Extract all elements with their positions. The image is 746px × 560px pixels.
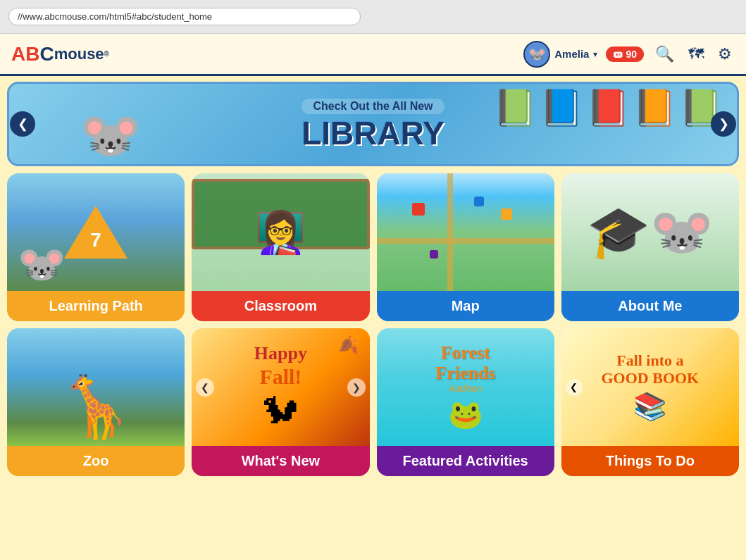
triangle-icon: 7 (64, 206, 128, 259)
whats-new-art: 🍂 Happy Fall! 🐿 ❮ ❯ (192, 328, 369, 446)
main-content: ❮ 🐭 Check Out the All New LIBRARY 📗 📘 📕 … (0, 76, 746, 560)
zoo-image: 🦒 (7, 328, 185, 446)
banner-next-button[interactable]: ❯ (711, 111, 736, 137)
map-image (377, 173, 554, 291)
zoo-card[interactable]: 🦒 Zoo (7, 328, 185, 476)
app-header: ABCmouse® 🐭 Amelia ▾ 🎟 90 🔍 🗺 ⚙ (0, 34, 746, 76)
book3-icon: 📕 (586, 87, 630, 128)
browser-bar: //www.abcmouse.com/html5#abc/student_hom… (0, 0, 746, 34)
featured-card[interactable]: ForestFriends Addition 🐸 Featured Activi… (377, 328, 554, 476)
leaves-icon: 🍂 (338, 335, 359, 355)
happy-fall-title: Happy Fall! (254, 342, 307, 390)
things-to-do-label: Things To Do (561, 446, 739, 476)
book2-icon: 📘 (540, 87, 583, 128)
squirrel-icon: 🐿 (262, 390, 299, 432)
map-card[interactable]: Map (377, 173, 554, 321)
logo-c: C (39, 43, 54, 66)
classroom-card[interactable]: Aa Bb Cc 👩‍🏫 Classroom (192, 173, 369, 321)
library-banner[interactable]: 🐭 Check Out the All New LIBRARY 📗 📘 📕 📙 … (7, 82, 739, 166)
banner-text: Check Out the All New LIBRARY (301, 99, 445, 149)
header-right: 🐭 Amelia ▾ 🎟 90 🔍 🗺 ⚙ (523, 41, 735, 68)
ticket-count: 90 (626, 49, 637, 60)
whats-new-prev-button[interactable]: ❮ (196, 378, 214, 397)
user-name: Amelia (554, 48, 589, 60)
search-icon[interactable]: 🔍 (652, 42, 677, 66)
graduation-mouse-icon: 🎓🐭 (587, 202, 714, 262)
logo-reg: ® (104, 50, 109, 58)
tickets-badge[interactable]: 🎟 90 (606, 46, 644, 62)
ticket-icon: 🎟 (613, 49, 623, 60)
classroom-label: Classroom (192, 291, 369, 321)
banner-books-art: 📗 📘 📕 📙 📗 (493, 87, 723, 128)
book4-icon: 📙 (633, 87, 676, 128)
featured-label: Featured Activities (377, 446, 554, 476)
banner-subtitle: Check Out the All New (301, 99, 445, 114)
fall-book-art: Fall into aGOOD BOOK 📚 ❮ (561, 328, 739, 446)
classroom-art: Aa Bb Cc 👩‍🏫 (192, 173, 369, 291)
featured-image: ForestFriends Addition 🐸 (377, 328, 554, 446)
teacher-icon: 👩‍🏫 (255, 209, 306, 256)
learning-path-art: 🐭 7 (7, 173, 185, 291)
about-me-label: About Me (561, 291, 739, 321)
user-profile[interactable]: 🐭 Amelia ▾ (523, 41, 597, 68)
banner-title: LIBRARY (301, 117, 445, 149)
things-to-do-card[interactable]: Fall into aGOOD BOOK 📚 ❮ Things To Do (561, 328, 739, 476)
forest-friends-title: ForestFriends (435, 343, 495, 383)
whats-new-label: What's New (192, 446, 369, 476)
main-grid-row1: 🐭 7 Learning Path Aa Bb Cc 👩‍🏫 (7, 173, 739, 321)
giraffe-icon: 🦒 (58, 372, 133, 442)
learning-path-card[interactable]: 🐭 7 Learning Path (7, 173, 185, 321)
zoo-label: Zoo (7, 446, 185, 476)
classroom-image: Aa Bb Cc 👩‍🏫 (192, 173, 369, 291)
whats-new-image: 🍂 Happy Fall! 🐿 ❮ ❯ (192, 328, 369, 446)
learning-path-image: 🐭 7 (7, 173, 185, 291)
map-label: Map (377, 291, 554, 321)
main-grid-row2: 🦒 Zoo 🍂 Happy Fall! 🐿 ❮ ❯ What's Ne (7, 328, 739, 476)
whats-new-next-button[interactable]: ❯ (347, 378, 366, 397)
avatar-emoji: 🐭 (528, 46, 546, 63)
explorer-mouse-icon: 🐭 (18, 242, 66, 287)
banner-mouse-art: 🐭 (80, 106, 141, 164)
whats-new-card[interactable]: 🍂 Happy Fall! 🐿 ❮ ❯ What's New (192, 328, 369, 476)
url-bar[interactable]: //www.abcmouse.com/html5#abc/student_hom… (8, 8, 361, 25)
banner-prev-button[interactable]: ❮ (10, 111, 35, 137)
about-me-card[interactable]: 🎓🐭 About Me (561, 173, 739, 321)
about-me-image: 🎓🐭 (561, 173, 739, 291)
about-me-art: 🎓🐭 (561, 173, 739, 291)
logo-ab: AB (11, 43, 39, 66)
fallbook-title: Fall into aGOOD BOOK (602, 352, 700, 386)
avatar: 🐭 (523, 41, 550, 68)
map-icon[interactable]: 🗺 (685, 42, 707, 66)
logo-mouse: mouse (54, 45, 104, 63)
logo: ABCmouse® (11, 43, 109, 66)
things-prev-button[interactable]: ❮ (566, 379, 583, 396)
level-number: 7 (90, 229, 101, 251)
settings-icon[interactable]: ⚙ (715, 42, 735, 66)
frog-icon: 🐸 (448, 398, 483, 431)
learning-path-label: Learning Path (7, 291, 185, 321)
forest-friends-subtitle: Addition (449, 383, 482, 394)
banner-wrapper: ❮ 🐭 Check Out the All New LIBRARY 📗 📘 📕 … (7, 82, 739, 166)
book1-icon: 📗 (493, 87, 537, 128)
chevron-down-icon: ▾ (593, 49, 597, 59)
books-icon: 📚 (633, 391, 666, 422)
forest-friends-art: ForestFriends Addition 🐸 (377, 328, 554, 446)
map-art (377, 173, 554, 291)
giraffe-art: 🦒 (7, 328, 185, 446)
things-image: Fall into aGOOD BOOK 📚 ❮ (561, 328, 739, 446)
